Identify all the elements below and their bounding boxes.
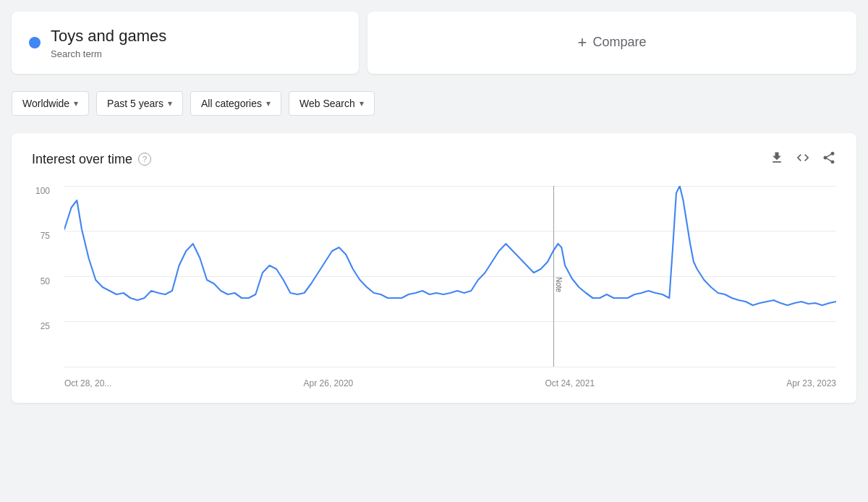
chart-header: Interest over time ? [32, 150, 836, 169]
x-label-1: Oct 28, 20... [64, 378, 111, 388]
location-filter[interactable]: Worldwide ▾ [12, 91, 89, 116]
search-term-card: Toys and games Search term [12, 12, 359, 74]
chart-actions [770, 150, 836, 169]
filters-row: Worldwide ▾ Past 5 years ▾ All categorie… [12, 82, 856, 124]
compare-plus-icon: + [578, 33, 587, 52]
location-chevron-icon: ▾ [74, 98, 78, 109]
y-label-75: 75 [41, 231, 50, 241]
chart-area: 100 75 50 25 Note Oct 28, 20... Apr 26, … [64, 186, 836, 388]
chart-card: Interest over time ? 100 75 50 25 [12, 133, 856, 403]
embed-icon[interactable] [796, 150, 810, 169]
x-axis: Oct 28, 20... Apr 26, 2020 Oct 24, 2021 … [64, 374, 836, 388]
x-label-4: Apr 23, 2023 [786, 378, 836, 388]
y-label-50: 50 [41, 276, 50, 286]
categories-chevron-icon: ▾ [266, 98, 271, 109]
categories-filter[interactable]: All categories ▾ [190, 91, 281, 116]
download-icon[interactable] [770, 150, 784, 169]
x-label-3: Oct 24, 2021 [545, 378, 595, 388]
search-type-filter-label: Web Search [299, 98, 355, 109]
y-axis: 100 75 50 25 [35, 186, 50, 367]
time-range-filter-label: Past 5 years [107, 98, 163, 109]
y-label-25: 25 [41, 321, 50, 331]
chart-line [64, 186, 836, 305]
compare-card[interactable]: + Compare [367, 12, 856, 74]
compare-label: Compare [592, 35, 646, 50]
x-label-2: Apr 26, 2020 [304, 378, 354, 388]
help-icon[interactable]: ? [138, 153, 151, 166]
line-chart-svg [64, 186, 836, 367]
grid-line-0 [64, 367, 836, 367]
search-term-label: Toys and games [51, 26, 166, 47]
chart-title-area: Interest over time ? [32, 152, 151, 167]
time-range-filter[interactable]: Past 5 years ▾ [96, 91, 183, 116]
y-label-100: 100 [35, 186, 50, 196]
location-filter-label: Worldwide [22, 98, 69, 109]
search-term-sublabel: Search term [51, 48, 166, 59]
categories-filter-label: All categories [201, 98, 262, 109]
search-term-text: Toys and games Search term [51, 26, 166, 59]
share-icon[interactable] [822, 150, 836, 169]
chart-title: Interest over time [32, 152, 132, 167]
time-range-chevron-icon: ▾ [168, 98, 172, 109]
search-term-dot [29, 37, 41, 48]
search-type-chevron-icon: ▾ [359, 98, 364, 109]
top-section: Toys and games Search term + Compare [12, 12, 856, 74]
search-type-filter[interactable]: Web Search ▾ [289, 91, 375, 116]
